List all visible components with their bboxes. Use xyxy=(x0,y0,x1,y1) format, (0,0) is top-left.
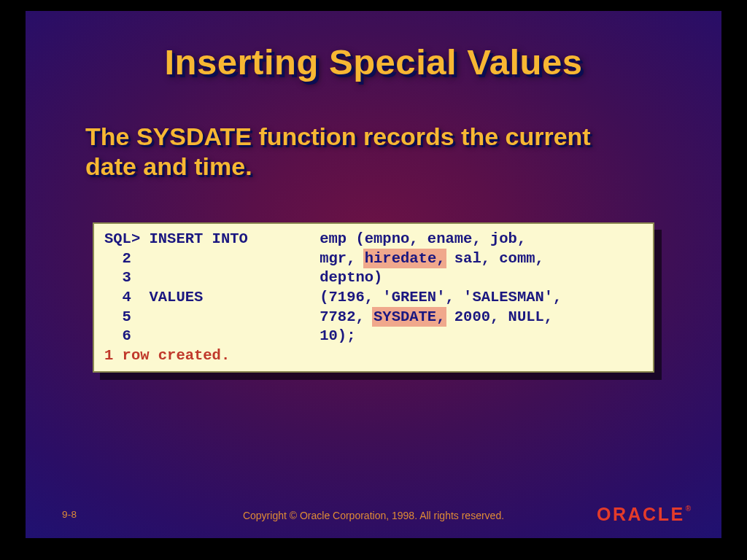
oracle-logo-text: ORACLE xyxy=(597,504,685,524)
slide-title: Inserting Special Values xyxy=(26,42,721,82)
code-line-5-b: 2000, NULL, xyxy=(445,308,553,325)
registered-trademark-icon: ® xyxy=(686,505,691,513)
code-result: 1 row created. xyxy=(104,347,230,364)
code-example-container: SQL> INSERT INTO emp (empno, ename, job,… xyxy=(93,222,654,373)
code-line-5-a: 5 7782, xyxy=(104,308,374,325)
code-box: SQL> INSERT INTO emp (empno, ename, job,… xyxy=(93,222,654,373)
code-line-1: SQL> INSERT INTO emp (empno, ename, job, xyxy=(104,230,535,247)
oracle-logo: ORACLE® xyxy=(597,504,691,525)
slide-subtitle: The SYSDATE function records the current… xyxy=(85,122,649,182)
slide-body: Inserting Special Values The SYSDATE fun… xyxy=(26,11,721,538)
code-line-2-b: sal, comm, xyxy=(445,250,553,267)
code-highlight-sysdate: SYSDATE, xyxy=(372,307,446,327)
code-line-3: 3 deptno) xyxy=(104,269,382,286)
slide-stage: Inserting Special Values The SYSDATE fun… xyxy=(0,0,747,560)
code-highlight-hiredate: hiredate, xyxy=(363,249,447,268)
code-line-4: 4 VALUES (7196, 'GREEN', 'SALESMAN', xyxy=(104,289,562,306)
code-line-6: 6 10); xyxy=(104,327,355,344)
code-line-2-a: 2 mgr, xyxy=(104,250,365,267)
